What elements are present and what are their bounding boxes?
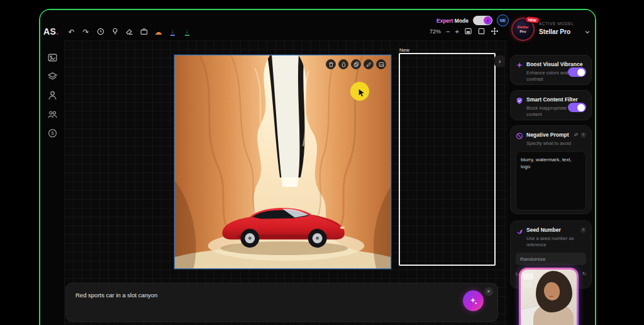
- negative-prompt-subtitle: Specify what to avoid: [526, 140, 586, 147]
- canvas-frame-button[interactable]: [477, 27, 486, 35]
- ban-icon: [516, 131, 523, 139]
- cloud-icon: ☁: [155, 28, 162, 36]
- refresh-icon[interactable]: ↻: [582, 271, 586, 277]
- expert-mode-toggle[interactable]: ✦: [473, 16, 492, 25]
- model-selector[interactable]: StellarPro NEW ACTIVE MODEL Stellar Pro: [509, 16, 594, 45]
- pan-button[interactable]: [491, 27, 499, 35]
- image-export-icon: [379, 59, 384, 70]
- frame-image-icon: [464, 27, 472, 35]
- presenter-video[interactable]: [519, 268, 579, 325]
- seed-help-icon[interactable]: ?: [580, 227, 586, 233]
- vibrance-card: Boost Visual Vibrance Enhance colors and…: [510, 55, 592, 85]
- fit-image-button[interactable]: [464, 27, 472, 35]
- seed-subtitle: Use a seed number as reference: [526, 236, 583, 248]
- new-canvas-frame[interactable]: [399, 53, 496, 266]
- main-toolbar: ↶ ↷ ☁ ↓ ↓: [66, 26, 192, 37]
- droplet-icon: [341, 59, 347, 70]
- copy-icon: [353, 59, 359, 70]
- vibrance-toggle-knob: [577, 69, 585, 76]
- move-icon: [491, 27, 499, 35]
- sparkle-icon: [469, 297, 478, 305]
- team-icon: [47, 111, 58, 122]
- panel-collapse-button[interactable]: ›: [494, 55, 505, 67]
- fill-image-button[interactable]: [338, 59, 348, 69]
- prompt-clear-button[interactable]: ✕: [484, 287, 493, 296]
- sidebar-item-layers[interactable]: [47, 71, 58, 82]
- expert-mode-toggle-knob: ✦: [484, 16, 492, 25]
- vibrance-toggle[interactable]: [568, 67, 586, 77]
- left-sidebar: $: [40, 10, 64, 325]
- profile-icon: [47, 92, 58, 103]
- seed-title: Seed Number: [526, 227, 561, 233]
- eraser-icon: [125, 27, 134, 37]
- app-logo: AS.: [43, 26, 58, 37]
- model-eyebrow: ACTIVE MODEL: [539, 21, 574, 26]
- expert-mode-row: Expert Mode ✦ NE: [436, 14, 509, 26]
- negative-prompt-input[interactable]: blurry, watermark, text, logo: [516, 151, 586, 210]
- seed-input[interactable]: [516, 253, 586, 265]
- negative-help-icon[interactable]: ?: [580, 132, 586, 138]
- history-button[interactable]: [95, 26, 106, 37]
- frame-label: New: [399, 47, 409, 53]
- toolkit-button[interactable]: [138, 26, 149, 37]
- vibrance-title: Boost Visual Vibrance: [526, 61, 582, 67]
- export-button[interactable]: ↓: [182, 26, 192, 37]
- eraser-button[interactable]: [124, 26, 135, 37]
- cursor-icon: [358, 89, 365, 96]
- seed-icon: [516, 226, 523, 234]
- chevron-right-icon: ›: [499, 57, 501, 65]
- pen-icon: [366, 59, 372, 70]
- app-window: $ AS. ↶ ↷ ☁ ↓ ↓ Expert Mode: [39, 9, 596, 325]
- import-button[interactable]: ↓: [167, 26, 178, 37]
- trash-icon: [328, 59, 334, 70]
- zoom-in-button[interactable]: +: [455, 28, 458, 35]
- zoom-controls: 72% − +: [430, 27, 499, 35]
- background-shelf: [525, 282, 532, 287]
- user-avatar[interactable]: NE: [497, 14, 509, 26]
- content-filter-subtitle: Block inappropriate content: [526, 105, 572, 118]
- credits-icon: $: [47, 130, 58, 140]
- history-icon: [96, 27, 105, 37]
- sidebar-item-profile[interactable]: [47, 90, 58, 101]
- prompt-bar: Red sports car in a slot canyon ✕: [65, 283, 498, 322]
- sparkle-feature-icon: [516, 60, 523, 68]
- undo-icon: ↶: [68, 28, 74, 36]
- sidebar-item-credits[interactable]: $: [47, 128, 58, 139]
- redo-icon: ↷: [82, 28, 89, 36]
- content-filter-toggle-knob: [577, 104, 585, 111]
- layers-icon: [47, 73, 58, 84]
- zoom-out-button[interactable]: −: [446, 28, 450, 35]
- sidebar-item-gallery[interactable]: [47, 52, 58, 63]
- negative-prompt-card: Negative Prompt ⇄ ? Specify what to avoi…: [510, 125, 592, 214]
- content-filter-toggle[interactable]: [568, 103, 586, 112]
- generate-button[interactable]: [463, 290, 484, 311]
- shuffle-icon[interactable]: ⇄: [574, 132, 578, 137]
- chevron-down-icon: [584, 26, 591, 33]
- image-toolbar: [326, 59, 386, 69]
- negative-prompt-title: Negative Prompt: [526, 132, 569, 138]
- generated-image[interactable]: [174, 55, 391, 269]
- gallery-icon: [47, 54, 58, 65]
- idea-button[interactable]: [109, 26, 120, 37]
- content-filter-card: Smart Content Filter Block inappropriate…: [510, 90, 592, 120]
- undo-button[interactable]: ↶: [66, 26, 77, 37]
- background-shelf: [523, 273, 533, 280]
- duplicate-image-button[interactable]: [351, 59, 361, 69]
- redo-button[interactable]: ↷: [80, 26, 91, 37]
- prompt-input[interactable]: Red sports car in a slot canyon: [66, 283, 497, 321]
- toolkit-icon: [140, 27, 148, 37]
- sidebar-item-team[interactable]: [47, 109, 58, 120]
- cloud-sync-button[interactable]: ☁: [153, 26, 164, 37]
- square-icon: [477, 27, 486, 35]
- zoom-level: 72%: [430, 28, 441, 35]
- lightbulb-icon: [111, 27, 119, 37]
- save-image-button[interactable]: [376, 59, 386, 69]
- click-indicator: [350, 82, 369, 101]
- export-icon: ↓: [185, 28, 189, 36]
- delete-image-button[interactable]: [326, 59, 336, 69]
- presenter-smile: [549, 295, 553, 297]
- model-logo: StellarPro NEW: [511, 18, 535, 41]
- expert-mode-label: Expert Mode: [436, 18, 469, 24]
- edit-image-button[interactable]: [364, 59, 374, 69]
- content-filter-title: Smart Content Filter: [526, 96, 578, 103]
